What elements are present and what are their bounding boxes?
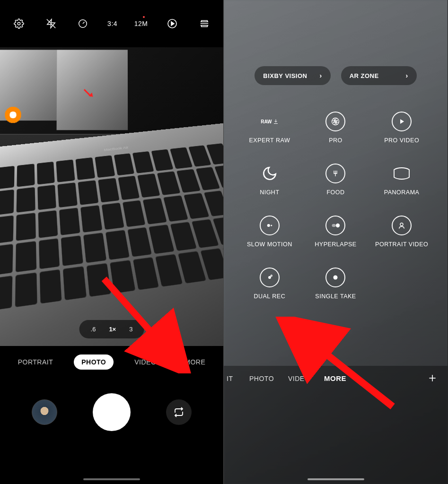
tile-dual-rec[interactable]: DUAL REC [239, 268, 300, 300]
tile-expert-raw[interactable]: RAW EXPERT RAW [239, 112, 300, 144]
camera-screen-more-modes: BIXBY VISION › AR ZONE › RAW EXPERT RAW … [224, 0, 448, 484]
motion-photo-icon [167, 18, 178, 29]
panorama-icon [392, 167, 411, 180]
bixby-vision-button[interactable]: BIXBY VISION › [255, 66, 330, 85]
dual-rec-icon [265, 273, 274, 282]
filters-button[interactable] [197, 18, 212, 29]
settings-button[interactable] [11, 18, 26, 29]
mode-video[interactable]: VIDEO [127, 354, 164, 370]
tile-portrait-video[interactable]: PORTRAIT VIDEO [371, 216, 432, 248]
camera-mode-bar: IT PHOTO VIDEO MORE [224, 366, 448, 382]
zoom-wide[interactable]: .6 [86, 323, 101, 336]
mode-photo[interactable]: PHOTO [74, 354, 114, 370]
tile-hyperlapse[interactable]: HYPERLAPSE [305, 216, 367, 248]
flash-button[interactable] [44, 18, 59, 29]
svg-line-4 [83, 22, 85, 24]
annotation-arrow-small [83, 87, 94, 99]
tile-label: SLOW MOTION [247, 241, 292, 248]
svg-point-16 [334, 276, 338, 280]
recording-indicator-dot [143, 16, 145, 18]
tile-label: PRO VIDEO [384, 137, 419, 144]
mode-more[interactable]: MORE [324, 374, 346, 382]
single-take-icon [331, 273, 340, 282]
tile-label: PORTRAIT VIDEO [375, 241, 428, 248]
tile-single-take[interactable]: SINGLE TAKE [305, 268, 367, 300]
chevron-right-icon: › [406, 72, 408, 79]
svg-point-10 [271, 225, 272, 226]
mode-portrait-partial[interactable]: IT [227, 375, 235, 382]
zoom-selector: .6 1× 3 [79, 320, 144, 338]
svg-point-9 [267, 224, 270, 227]
tile-label: DUAL REC [254, 293, 285, 300]
aperture-icon [331, 117, 340, 126]
bottom-bar: IT PHOTO VIDEO MORE [224, 366, 448, 484]
mode-portrait[interactable]: PORTRAIT [10, 354, 61, 370]
resolution-button[interactable]: 12M [134, 20, 148, 27]
gallery-thumbnail[interactable] [32, 399, 57, 425]
camera-screen-photo: 3:4 12M MacBook Air [0, 0, 224, 484]
zoom-1x[interactable]: 1× [104, 323, 121, 336]
moon-icon [262, 165, 278, 182]
tile-label: EXPERT RAW [249, 137, 290, 144]
camera-top-toolbar: 3:4 12M [0, 0, 223, 47]
shutter-button[interactable] [93, 393, 131, 431]
home-indicator [83, 478, 140, 480]
switch-camera-icon [173, 406, 184, 418]
tile-label: NIGHT [260, 189, 279, 196]
tile-pro[interactable]: PRO [305, 112, 367, 144]
camera-mode-bar: PORTRAIT PHOTO VIDEO MORE [0, 346, 223, 374]
top-chips: BIXBY VISION › AR ZONE › [224, 0, 448, 85]
tile-pro-video[interactable]: PRO VIDEO [371, 112, 432, 144]
slow-motion-icon [265, 221, 274, 230]
filters-icon [199, 18, 210, 29]
flash-off-icon [46, 18, 56, 29]
portrait-video-icon [397, 221, 406, 230]
raw-icon: RAW [261, 119, 272, 124]
macbook-label: MacBook Air [104, 146, 129, 152]
aspect-ratio-button[interactable]: 3:4 [107, 20, 117, 27]
tile-night[interactable]: NIGHT [239, 164, 300, 196]
bixby-vision-label: BIXBY VISION [263, 72, 307, 79]
gear-icon [14, 18, 24, 29]
shutter-row [0, 374, 223, 450]
hyperlapse-icon [331, 222, 340, 229]
timer-button[interactable] [75, 18, 90, 29]
tile-panorama[interactable]: PANORAMA [371, 164, 432, 196]
svg-point-11 [336, 224, 340, 227]
more-modes-grid: RAW EXPERT RAW PRO PRO VIDEO NIGHT FOOD … [224, 85, 448, 300]
tile-label: SINGLE TAKE [315, 293, 356, 300]
play-circle-icon [397, 117, 406, 126]
svg-point-14 [269, 277, 271, 279]
camera-viewfinder[interactable]: MacBook Air .6 1× 3 [0, 47, 223, 346]
tile-food[interactable]: FOOD [305, 164, 367, 196]
switch-camera-button[interactable] [166, 399, 192, 425]
motion-photo-button[interactable] [165, 18, 180, 29]
tile-label: FOOD [326, 189, 344, 196]
svg-point-15 [271, 275, 272, 277]
svg-marker-8 [401, 120, 404, 123]
mode-photo[interactable]: PHOTO [249, 375, 274, 382]
timer-icon [78, 18, 88, 29]
tile-label: PRO [329, 137, 343, 144]
svg-point-13 [400, 223, 403, 226]
viewfinder-content: MacBook Air [0, 47, 223, 346]
plus-icon [428, 373, 437, 383]
svg-point-0 [18, 22, 20, 25]
ar-zone-button[interactable]: AR ZONE › [341, 66, 417, 85]
zoom-tele[interactable]: 3 [124, 323, 137, 336]
mode-video[interactable]: VIDEO [288, 375, 310, 382]
download-icon [273, 119, 279, 124]
ar-zone-label: AR ZONE [350, 72, 379, 79]
svg-point-12 [332, 224, 336, 227]
add-mode-button[interactable] [428, 373, 437, 383]
tile-label: PANORAMA [384, 189, 420, 196]
chevron-right-icon: › [320, 72, 322, 79]
annotation-ring [4, 106, 21, 123]
food-icon [331, 169, 340, 178]
mode-more[interactable]: MORE [177, 354, 213, 370]
svg-marker-6 [171, 22, 174, 26]
tile-slow-motion[interactable]: SLOW MOTION [239, 216, 300, 248]
home-indicator [307, 478, 364, 480]
tile-label: HYPERLAPSE [315, 241, 356, 248]
